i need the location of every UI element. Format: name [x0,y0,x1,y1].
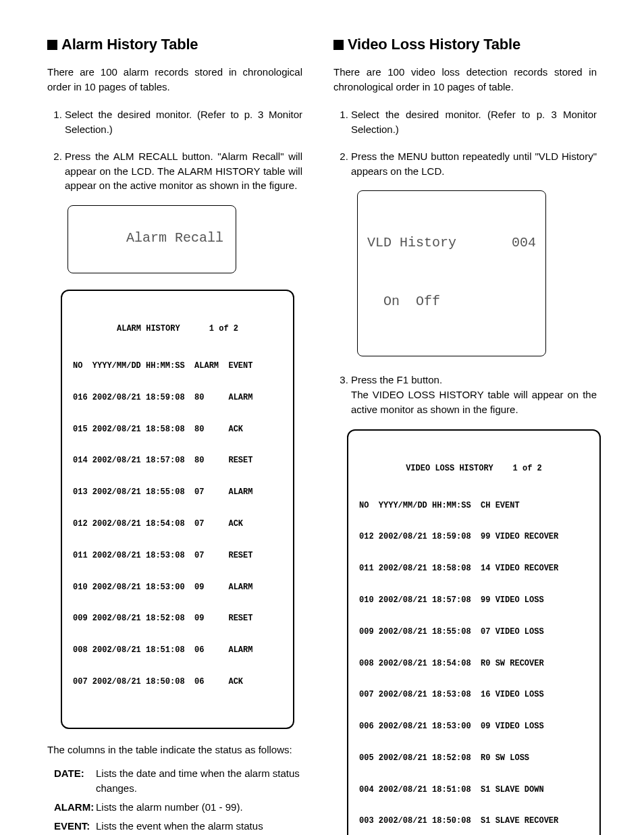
steps-left-a: Select the desired monitor. (Refer to p.… [47,107,302,193]
table-row: 009 2002/08/21 18:55:08 07 VIDEO LOSS [359,627,589,638]
table-row: 009 2002/08/21 18:52:08 09 RESET [73,614,282,624]
video-loss-heading: Video Loss History Table [333,34,597,55]
square-bullet-icon [47,40,57,50]
lcd-alarm-recall: Alarm Recall [68,205,236,273]
intro-right: There are 100 video loss detection recor… [333,65,597,95]
screen-header: NO YYYY/MM/DD HH:MM:SS ALARM EVENT [73,361,282,372]
screen-title: ALARM HISTORY 1 of 2 [73,324,282,335]
def-alarm: ALARM: Lists the alarm number (01 - 99). [54,800,302,815]
table-row: 007 2002/08/21 18:53:08 16 VIDEO LOSS [359,690,589,701]
table-row: 007 2002/08/21 18:50:08 06 ACK [73,677,282,688]
square-bullet-icon [333,40,344,50]
def-date: DATE: Lists the date and time when the a… [54,766,302,796]
heading-text: Video Loss History Table [348,36,520,53]
table-row: 008 2002/08/21 18:54:08 R0 SW RECOVER [359,659,589,670]
intro-left: There are 100 alarm records stored in ch… [47,65,302,95]
right-column: Video Loss History Table There are 100 v… [333,34,597,835]
def-desc: Lists the event when the alarm status ch… [96,819,302,835]
def-term: ALARM: [54,800,96,815]
step: Select the desired monitor. (Refer to p.… [65,107,302,137]
video-loss-screen: VIDEO LOSS HISTORY 1 of 2 NO YYYY/MM/DD … [347,429,601,835]
lcd-row: VLD History 004 [367,233,536,252]
step: Select the desired monitor. (Refer to p.… [351,107,597,137]
table-row: 011 2002/08/21 18:53:08 07 RESET [73,551,282,562]
columns-caption: The columns in the table indicate the st… [47,743,302,757]
table-row: 013 2002/08/21 18:55:08 07 ALARM [73,487,282,498]
step-text: The VIDEO LOSS HISTORY table will appear… [351,389,597,415]
def-event: EVENT: Lists the event when the alarm st… [54,819,302,835]
steps-right-b: Press the F1 button. The VIDEO LOSS HIST… [333,373,597,416]
lcd-number: 004 [512,233,536,252]
table-row: 006 2002/08/21 18:53:00 09 VIDEO LOSS [359,722,589,732]
table-row: 010 2002/08/21 18:53:00 09 ALARM [73,583,282,593]
step: Press the ALM RECALL button. "Alarm Reca… [65,149,302,193]
table-row: 004 2002/08/21 18:51:08 S1 SLAVE DOWN [359,785,589,796]
step: Press the F1 button. The VIDEO LOSS HIST… [351,373,597,416]
screen-header: NO YYYY/MM/DD HH:MM:SS CH EVENT [359,501,589,512]
steps-right-a: Select the desired monitor. (Refer to p.… [333,107,597,178]
table-row: 012 2002/08/21 18:59:08 99 VIDEO RECOVER [359,532,589,543]
def-desc: Lists the alarm number (01 - 99). [96,800,302,815]
alarm-history-heading: Alarm History Table [47,34,302,55]
def-desc: Lists the date and time when the alarm s… [96,766,302,796]
table-row: 003 2002/08/21 18:50:08 S1 SLAVE RECOVER [359,816,589,827]
left-column: Alarm History Table There are 100 alarm … [47,34,302,835]
lcd-vld-history: VLD History 004 On Off [357,190,546,356]
table-row: 010 2002/08/21 18:57:08 99 VIDEO LOSS [359,595,589,606]
screen-title: VIDEO LOSS HISTORY 1 of 2 [359,464,589,475]
table-row: 016 2002/08/21 18:59:08 80 ALARM [73,393,282,404]
lcd-on-off: On Off [367,292,536,311]
def-term: EVENT: [54,819,96,834]
lcd-text: Alarm Recall [126,230,223,246]
table-row: 005 2002/08/21 18:52:08 R0 SW LOSS [359,753,589,764]
table-row: 014 2002/08/21 18:57:08 80 RESET [73,456,282,466]
step: Press the MENU button repeatedly until "… [351,149,597,179]
alarm-history-screen: ALARM HISTORY 1 of 2 NO YYYY/MM/DD HH:MM… [61,290,294,729]
heading-text: Alarm History Table [61,36,198,53]
definitions-left: DATE: Lists the date and time when the a… [47,766,302,835]
step-text: Press the F1 button. [351,374,442,385]
lcd-title: VLD History [367,233,456,252]
table-row: 015 2002/08/21 18:58:08 80 ACK [73,425,282,435]
table-row: 008 2002/08/21 18:51:08 06 ALARM [73,645,282,656]
manual-page: Alarm History Table There are 100 alarm … [0,0,644,835]
table-row: 011 2002/08/21 18:58:08 14 VIDEO RECOVER [359,564,589,574]
def-term: DATE: [54,766,96,781]
table-row: 012 2002/08/21 18:54:08 07 ACK [73,519,282,530]
